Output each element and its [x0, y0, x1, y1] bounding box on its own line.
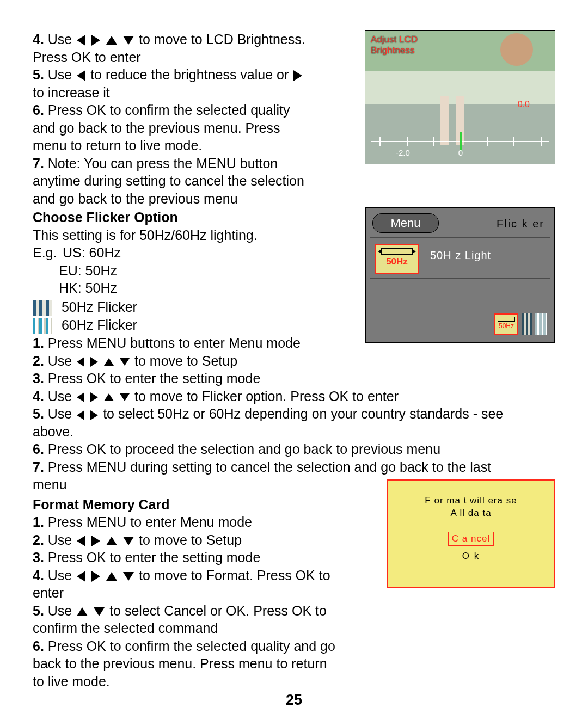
step-text: to increase it — [33, 85, 110, 100]
brightness-steps: 4. Use to move to LCD Brightness. Press … — [33, 30, 313, 207]
flicker-thumb-stripes — [522, 313, 532, 335]
format-steps: 1. Press MENU to enter Menu mode 2. Use … — [33, 513, 359, 690]
brightness-preview-title: Adjust LCD Brightness — [371, 34, 418, 56]
slider-label-neg: -2.0 — [396, 147, 410, 158]
step-num: 1. — [33, 514, 44, 530]
arrow-down-icon — [120, 358, 130, 366]
step-text: Use — [44, 532, 76, 547]
arrow-down-icon — [123, 572, 134, 581]
format-ok-option: O k — [388, 550, 554, 562]
step-text: to select 50Hz or 60Hz depending on your… — [33, 406, 503, 439]
manual-page: 4. Use to move to LCD Brightness. Press … — [0, 0, 588, 726]
step-num: 3. — [33, 550, 44, 565]
step-num: 3. — [33, 371, 44, 386]
step-text: Press OK to confirm the selected quality… — [33, 102, 290, 153]
arrow-down-icon — [123, 537, 134, 545]
step-num: 4. — [33, 568, 44, 583]
step-text: Press OK to enter the setting mode — [44, 371, 260, 386]
step-text: to move to Setup — [134, 353, 237, 368]
flicker-intro-block: This setting is for 50Hz/60Hz lighting. … — [33, 226, 313, 335]
flicker-intro: This setting is for 50Hz/60Hz lighting. — [33, 226, 313, 244]
flicker-option-label: 50H z Light — [430, 248, 491, 262]
step-text: Use — [44, 603, 76, 618]
scene-head — [500, 33, 533, 66]
step-num: 6. — [33, 441, 44, 457]
format-dialog-preview: F or ma t will era se A ll da ta C a nce… — [387, 479, 555, 588]
eg-label: E.g. — [33, 244, 59, 262]
arrow-left-icon — [77, 392, 84, 402]
step-num: 5. — [33, 67, 44, 82]
flicker-60hz-icon — [33, 318, 52, 334]
menu-tab: Menu — [372, 213, 439, 233]
step-text: to move to Flicker option. Press OK to e… — [134, 389, 399, 404]
arrow-up-icon — [106, 537, 117, 545]
arrow-right-icon — [90, 392, 98, 402]
step-text: Press OK to confirm the selected quality… — [33, 638, 335, 689]
step-num: 6. — [33, 638, 44, 654]
format-cancel-option: C a ncel — [448, 532, 494, 546]
arrow-right-icon — [90, 410, 98, 420]
flicker-thumb-stripes2 — [535, 313, 547, 335]
brightness-slider: -2.0 0 — [371, 129, 549, 156]
brightness-preview: Adjust LCD Brightness 0.0 -2.0 0 — [365, 30, 555, 164]
arrow-right-icon — [91, 536, 100, 546]
arrow-up-icon — [77, 607, 88, 616]
step-text: Press MENU buttons to enter Menu mode — [44, 335, 301, 350]
arrow-up-icon — [106, 572, 117, 581]
step-text: Use — [44, 67, 76, 82]
arrow-right-icon — [91, 35, 100, 46]
step-text: Note: You can press the MENU button anyt… — [33, 156, 304, 206]
step-num: 7. — [33, 459, 44, 475]
page-number: 25 — [0, 691, 588, 710]
flicker-50hz-icon — [33, 300, 52, 316]
brightness-value: 0.0 — [518, 99, 530, 110]
arrow-down-icon — [120, 393, 130, 401]
step-text: Use — [44, 568, 76, 583]
flicker-50hz-label: 50Hz Flicker — [62, 299, 137, 315]
flicker-steps: 1. Press MENU buttons to enter Menu mode… — [33, 334, 523, 494]
step-num: 1. — [33, 335, 44, 350]
arrow-up-icon — [106, 36, 117, 45]
arrow-left-icon — [77, 70, 85, 81]
step-num: 6. — [33, 102, 44, 118]
arrow-up-icon — [104, 393, 114, 401]
arrow-left-icon — [77, 35, 85, 46]
arrow-down-icon — [123, 36, 134, 45]
format-dialog-message: F or ma t will era se A ll da ta — [388, 495, 554, 520]
arrow-left-icon — [77, 410, 84, 420]
arrow-right-icon — [90, 357, 98, 367]
step-num: 7. — [33, 156, 44, 171]
step-text: Use — [44, 353, 76, 368]
flicker-menu-title: Flic k er — [497, 217, 544, 231]
arrow-down-icon — [94, 607, 105, 616]
step-num: 5. — [33, 603, 44, 618]
step-text: Use — [44, 389, 76, 404]
eg-eu: EU: 50Hz — [59, 263, 117, 278]
arrow-left-icon — [77, 571, 85, 582]
arrow-up-icon — [104, 358, 114, 366]
step-num: 5. — [33, 406, 44, 421]
flicker-menu-preview: Menu Flic k er 50Hz 50H z Light 50Hz — [365, 207, 555, 343]
step-num: 4. — [33, 32, 44, 47]
step-num: 2. — [33, 353, 44, 368]
flicker-thumbnails: 50Hz — [494, 313, 547, 335]
arrow-left-icon — [77, 536, 85, 546]
step-text: Use — [44, 32, 76, 47]
eg-us: US: 60Hz — [63, 245, 121, 260]
flicker-thumb-50hz: 50Hz — [494, 313, 518, 335]
arrow-left-icon — [77, 357, 84, 367]
step-text: Press OK to enter the setting mode — [44, 550, 260, 565]
step-text: to move to Setup — [139, 532, 242, 547]
flicker-option-50hz-icon: 50Hz — [375, 244, 419, 274]
arrow-right-icon — [91, 571, 100, 582]
step-text: to reduce the brightness value or — [90, 67, 289, 82]
flicker-60hz-label: 60Hz Flicker — [62, 317, 137, 333]
step-num: 4. — [33, 389, 44, 404]
eg-hk: HK: 50Hz — [59, 280, 117, 296]
step-text: Use — [44, 406, 76, 421]
slider-label-zero: 0 — [458, 147, 463, 158]
step-num: 2. — [33, 532, 44, 547]
arrow-right-icon — [293, 70, 302, 81]
step-text: Press MENU to enter Menu mode — [44, 514, 252, 530]
step-text: Press OK to proceed the selection and go… — [44, 441, 440, 457]
